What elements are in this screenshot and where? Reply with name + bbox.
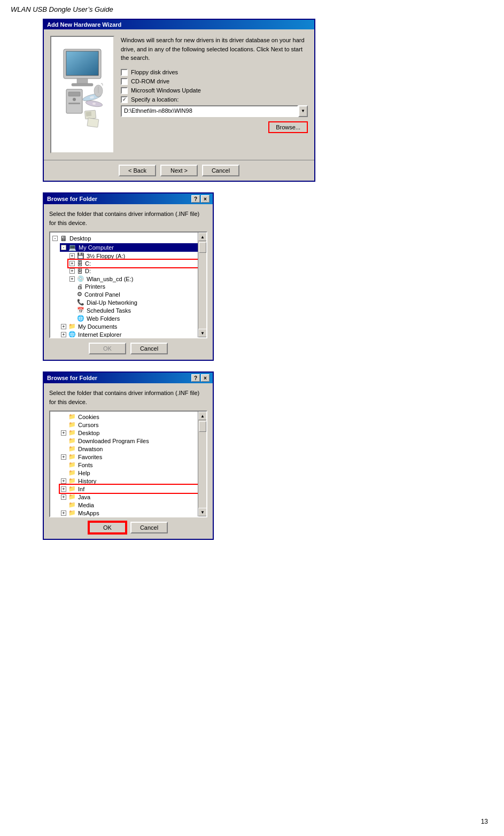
dialog2-footer: OK Cancel: [49, 343, 207, 354]
checkbox-cdrom[interactable]: CD-ROM drive: [121, 78, 308, 85]
svg-rect-8: [68, 103, 80, 104]
svg-rect-2: [66, 51, 98, 75]
tree-cursors[interactable]: 📁 Cursors: [60, 421, 205, 429]
dialog3-close-btn[interactable]: ×: [201, 374, 210, 382]
no-expand-cookies: [61, 414, 66, 420]
dialog3-cancel-button[interactable]: Cancel: [130, 522, 168, 533]
dialog3-scrollbar[interactable]: ▲ ▼: [198, 412, 206, 516]
expand-desktop[interactable]: -: [52, 236, 58, 241]
specify-checkbox-box[interactable]: ✓: [121, 96, 128, 103]
tree-java[interactable]: + 📁 Java: [60, 493, 205, 501]
dialup-label: Dial-Up Networking: [87, 299, 137, 306]
dialog3-ok-button[interactable]: OK: [89, 522, 126, 533]
tree-schedtasks[interactable]: 📅 Scheduled Tasks: [68, 306, 205, 314]
tree-msapps[interactable]: + 📁 MsApps: [60, 509, 205, 517]
tree-fonts[interactable]: 📁 Fonts: [60, 461, 205, 469]
dialog3-footer: OK Cancel: [49, 522, 207, 533]
screenshot-3: Browse for Folder ? × Select the folder …: [43, 371, 493, 540]
expand-cdrive[interactable]: +: [69, 261, 75, 266]
cookies-label: Cookies: [78, 414, 99, 420]
svg-rect-4: [72, 83, 93, 86]
checkbox-winupdate[interactable]: Microsoft Windows Update: [121, 87, 308, 94]
expand-msapps[interactable]: +: [61, 510, 66, 516]
svg-rect-15: [87, 118, 99, 128]
tree-webfolders[interactable]: 🌐 Web Folders: [68, 314, 205, 322]
scrollbar3-up-btn[interactable]: ▲: [198, 412, 207, 420]
no-expand-fonts: [61, 462, 66, 468]
winupdate-checkbox-box[interactable]: [121, 87, 128, 94]
scrollbar-thumb[interactable]: [199, 242, 206, 253]
cdrom-label: CD-ROM drive: [131, 78, 169, 84]
checkbox-specify[interactable]: ✓ Specify a location:: [121, 96, 308, 103]
dialog2-cancel-button[interactable]: Cancel: [130, 343, 168, 354]
expand-desktop2[interactable]: +: [61, 430, 66, 436]
drwatson-label: Drwatson: [78, 446, 103, 452]
no-expand-printers: [69, 284, 75, 289]
tree-ie[interactable]: + 🌐 Internet Explorer: [60, 330, 205, 338]
tree-mydocs[interactable]: + 📁 My Documents: [60, 322, 205, 330]
browse-folder-dialog-2: Browse for Folder ? × Select the folder …: [43, 371, 214, 540]
no-expand-help: [61, 470, 66, 476]
scrollbar-up-btn[interactable]: ▲: [198, 233, 207, 241]
computer-illustration: [56, 44, 109, 145]
tree-inf[interactable]: + 📁 Inf: [60, 485, 205, 493]
cdrom-checkbox-box[interactable]: [121, 78, 128, 85]
expand-ddrive[interactable]: +: [69, 268, 75, 274]
tree-desktop[interactable]: - 🖥 Desktop: [51, 234, 205, 243]
expand-inf[interactable]: +: [61, 486, 66, 492]
dialog2-tree[interactable]: - 🖥 Desktop - 💻 My Computer + 💾 3½ Flopp…: [49, 231, 207, 338]
dialog2-scrollbar[interactable]: ▲ ▼: [198, 233, 206, 337]
path-dropdown-btn[interactable]: ▼: [298, 105, 308, 117]
printers-label: Printers: [85, 283, 105, 290]
floppy-checkbox-box[interactable]: [121, 69, 128, 76]
scrollbar-down-btn[interactable]: ▼: [198, 329, 207, 337]
tree-cdrive[interactable]: + 🗄 C:: [68, 260, 205, 267]
back-button[interactable]: < Back: [119, 165, 156, 176]
dialog2-titlebar: Browse for Folder ? ×: [44, 193, 213, 204]
tree-wlan-cd[interactable]: + 💿 Wlan_usb_cd (E:): [68, 275, 205, 283]
tree-printers[interactable]: 🖨 Printers: [68, 283, 205, 290]
add-new-hardware-dialog: Add New Hardware Wizard: [43, 19, 315, 182]
path-input[interactable]: D:\Ethnet\lm-n88tx\WIN98: [121, 105, 298, 117]
expand-floppy[interactable]: +: [69, 253, 75, 259]
expand-java[interactable]: +: [61, 494, 66, 500]
mycomputer-label: My Computer: [79, 244, 114, 251]
dialog2-ok-button[interactable]: OK: [89, 343, 126, 354]
tree-dlprogfiles[interactable]: 📁 Downloaded Program Files: [60, 437, 205, 445]
dialog1-title: Add New Hardware Wizard: [47, 21, 121, 28]
tree-help[interactable]: 📁 Help: [60, 469, 205, 477]
next-button[interactable]: Next >: [160, 165, 198, 176]
expand-history[interactable]: +: [61, 478, 66, 484]
tree-drwatson[interactable]: 📁 Drwatson: [60, 445, 205, 453]
tree-media[interactable]: 📁 Media: [60, 501, 205, 509]
tree-ddrive[interactable]: + 🗄 D:: [68, 267, 205, 275]
tree-history[interactable]: + 📁 History: [60, 477, 205, 485]
expand-wlan-cd[interactable]: +: [69, 276, 75, 282]
ie-label: Internet Explorer: [78, 331, 121, 338]
dialog3-tree[interactable]: 📁 Cookies 📁 Cursors + 📁 Desktop 📁 Downlo: [49, 411, 207, 517]
dialog1-description: Windows will search for new drivers in i…: [121, 36, 308, 63]
dialog2-titlebar-buttons: ? ×: [191, 195, 210, 203]
dialog2-help-btn[interactable]: ?: [191, 195, 200, 203]
dialog2-close-btn[interactable]: ×: [201, 195, 210, 203]
tree-controlpanel[interactable]: ⚙ Control Panel: [68, 290, 205, 298]
expand-mydocs[interactable]: +: [61, 324, 66, 329]
dialog3-help-btn[interactable]: ?: [191, 374, 200, 382]
tree-cookies[interactable]: 📁 Cookies: [60, 413, 205, 421]
scrollbar3-thumb[interactable]: [199, 421, 206, 432]
tree-favorites[interactable]: + 📁 Favorites: [60, 453, 205, 461]
floppy-label: Floppy disk drives: [131, 69, 178, 75]
expand-favorites[interactable]: +: [61, 454, 66, 460]
tree-mycomputer[interactable]: - 💻 My Computer: [60, 243, 205, 252]
browse-button[interactable]: Browse...: [268, 121, 308, 133]
tree-floppy[interactable]: + 💾 3½ Floppy (A:): [68, 252, 205, 260]
no-expand-media: [61, 502, 66, 508]
cancel-button-1[interactable]: Cancel: [202, 165, 239, 176]
dialog3-title: Browse for Folder: [47, 375, 97, 381]
tree-desktop2[interactable]: + 📁 Desktop: [60, 429, 205, 437]
expand-ie[interactable]: +: [61, 332, 66, 337]
expand-mycomputer[interactable]: -: [61, 245, 66, 250]
tree-dialup[interactable]: 📞 Dial-Up Networking: [68, 298, 205, 306]
scrollbar3-down-btn[interactable]: ▼: [198, 508, 207, 516]
checkbox-floppy[interactable]: Floppy disk drives: [121, 69, 308, 76]
